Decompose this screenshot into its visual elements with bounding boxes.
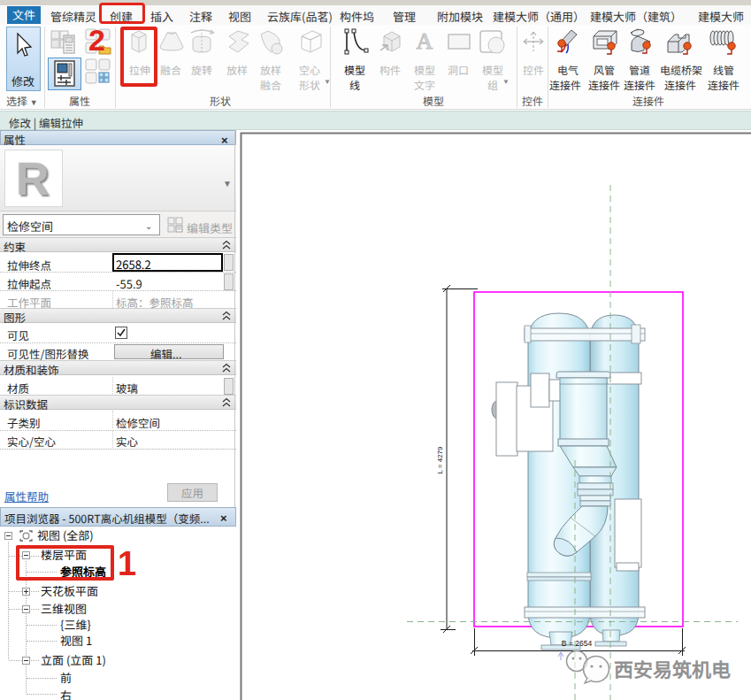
- svg-text:L = 4279: L = 4279: [436, 446, 444, 474]
- svg-text:A: A: [417, 28, 433, 54]
- svg-text:西安易筑机电: 西安易筑机电: [614, 654, 731, 682]
- svg-text:B = 2654: B = 2654: [562, 639, 593, 648]
